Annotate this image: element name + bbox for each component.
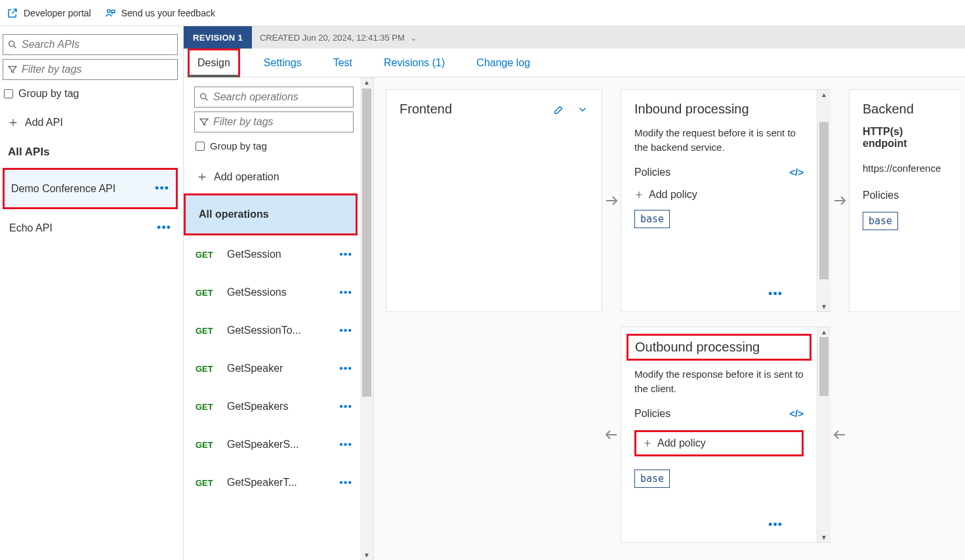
outbound-title-highlight: Outbound processing [626, 334, 811, 361]
ops-group-by-tag-label: Group by tag [210, 140, 267, 151]
all-operations-item[interactable]: All operations [186, 195, 356, 233]
tab-revisions[interactable]: Revisions (1) [376, 49, 453, 77]
filter-operations-input[interactable] [213, 116, 349, 128]
revision-meta[interactable]: CREATED Jun 20, 2024, 12:41:35 PM ⌄ [252, 33, 425, 43]
inbound-desc: Modify the request before it is sent to … [634, 126, 804, 155]
group-by-tag-row[interactable]: Group by tag [3, 84, 178, 109]
search-apis-input[interactable] [22, 39, 173, 50]
operation-more-icon[interactable]: ••• [339, 363, 352, 374]
scroll-thumb[interactable] [819, 337, 829, 396]
api-item-label: Echo API [9, 222, 52, 234]
inbound-scrollbar[interactable]: ▲ ▼ [817, 89, 831, 312]
code-icon[interactable]: </> [789, 408, 804, 419]
operation-row[interactable]: GET GetSessions ••• [194, 273, 354, 311]
ops-group-by-tag-checkbox[interactable] [195, 142, 205, 151]
plus-icon [634, 190, 644, 199]
developer-portal-link[interactable]: Developer portal [7, 7, 91, 19]
api-item-demo-conference[interactable]: Demo Conference API ••• [3, 168, 178, 209]
operations-scrollbar[interactable]: ▲ ▼ [360, 77, 373, 560]
design-canvas: Frontend Inbound processing [374, 77, 965, 560]
all-apis-heading[interactable]: All APIs [3, 136, 178, 168]
outbound-scrollbar[interactable]: ▲ ▼ [817, 327, 831, 543]
frontend-title: Frontend [400, 102, 452, 117]
revision-badge[interactable]: REVISION 1 [184, 26, 252, 49]
operation-more-icon[interactable]: ••• [339, 325, 352, 336]
inbound-policies-label: Policies [634, 167, 670, 178]
operation-more-icon[interactable]: ••• [339, 287, 352, 298]
search-operations-box[interactable] [194, 87, 354, 108]
outbound-processing-card: Outbound processing Modify the response … [621, 327, 817, 543]
operation-row[interactable]: GET GetSpeakerS... ••• [194, 426, 354, 464]
backend-endpoint-url: https://conference [863, 163, 947, 174]
tab-settings[interactable]: Settings [256, 49, 310, 77]
scroll-down-icon[interactable]: ▼ [821, 302, 827, 311]
inbound-more-icon[interactable]: ••• [768, 287, 783, 301]
feedback-link[interactable]: Send us your feedback [104, 7, 215, 19]
search-apis-box[interactable] [3, 34, 178, 55]
backend-endpoint-label: HTTP(s) endpoint [863, 126, 947, 150]
scroll-up-icon[interactable]: ▲ [363, 77, 370, 87]
operation-row[interactable]: GET GetSession ••• [194, 235, 354, 273]
outbound-policies-label: Policies [634, 408, 670, 420]
filter-operations-box[interactable] [194, 111, 354, 132]
add-api-button[interactable]: Add API [3, 109, 178, 136]
operation-more-icon[interactable]: ••• [339, 439, 352, 450]
outbound-more-icon[interactable]: ••• [768, 518, 783, 532]
tab-changelog[interactable]: Change log [468, 49, 538, 77]
search-icon [7, 39, 18, 50]
plus-icon [197, 172, 207, 182]
http-method-badge: GET [195, 288, 218, 298]
chevron-down-icon: ⌄ [410, 33, 417, 43]
arrow-right-icon [602, 89, 621, 312]
tab-design[interactable]: Design [190, 57, 238, 69]
http-method-badge: GET [195, 402, 218, 412]
svg-point-0 [107, 9, 110, 12]
outbound-add-policy-button[interactable]: Add policy [643, 437, 706, 449]
inbound-add-policy-button[interactable]: Add policy [634, 189, 804, 201]
outbound-title: Outbound processing [635, 340, 760, 354]
scroll-down-icon[interactable]: ▼ [363, 550, 370, 560]
api-item-echo[interactable]: Echo API ••• [3, 209, 178, 247]
search-operations-input[interactable] [213, 91, 349, 103]
all-operations-highlight: All operations [184, 193, 358, 235]
operation-more-icon[interactable]: ••• [339, 249, 352, 260]
operation-more-icon[interactable]: ••• [339, 401, 352, 412]
ops-group-by-tag-row[interactable]: Group by tag [194, 136, 354, 161]
outbound-add-policy-highlight: Add policy [634, 430, 804, 456]
frontend-card: Frontend [386, 89, 602, 312]
filter-tags-box[interactable] [3, 59, 178, 80]
scroll-thumb[interactable] [362, 89, 371, 397]
group-by-tag-checkbox[interactable] [4, 89, 13, 98]
operation-more-icon[interactable]: ••• [339, 477, 352, 489]
add-operation-button[interactable]: Add operation [194, 161, 354, 193]
external-link-icon [7, 7, 18, 19]
backend-base-tag[interactable]: base [863, 212, 898, 230]
inbound-base-tag[interactable]: base [634, 210, 670, 228]
code-icon[interactable]: </> [789, 167, 804, 178]
operation-row[interactable]: GET GetSessionTo... ••• [194, 311, 354, 350]
edit-icon[interactable] [553, 104, 565, 115]
search-icon [199, 92, 209, 102]
plus-icon [643, 439, 652, 448]
scroll-up-icon[interactable]: ▲ [821, 327, 827, 337]
api-item-more-icon[interactable]: ••• [155, 182, 169, 195]
scroll-thumb[interactable] [819, 122, 829, 279]
http-method-badge: GET [195, 478, 218, 488]
operation-row[interactable]: GET GetSpeakerT... ••• [194, 464, 354, 502]
api-item-more-icon[interactable]: ••• [157, 221, 171, 235]
http-method-badge: GET [195, 250, 218, 260]
operation-name: GetSessionTo... [227, 325, 330, 336]
api-sidebar: Group by tag Add API All APIs Demo Confe… [0, 26, 184, 560]
add-operation-label: Add operation [214, 171, 279, 183]
revision-meta-text: CREATED Jun 20, 2024, 12:41:35 PM [260, 33, 405, 43]
chevron-down-icon[interactable] [577, 104, 588, 115]
arrow-right-icon [831, 89, 849, 312]
filter-tags-input[interactable] [22, 64, 173, 75]
revision-bar: REVISION 1 CREATED Jun 20, 2024, 12:41:3… [184, 26, 965, 49]
tab-test[interactable]: Test [325, 49, 360, 77]
scroll-up-icon[interactable]: ▲ [821, 90, 827, 100]
scroll-down-icon[interactable]: ▼ [821, 532, 827, 542]
operation-row[interactable]: GET GetSpeaker ••• [194, 350, 354, 388]
operation-row[interactable]: GET GetSpeakers ••• [194, 388, 354, 426]
outbound-base-tag[interactable]: base [634, 470, 670, 488]
